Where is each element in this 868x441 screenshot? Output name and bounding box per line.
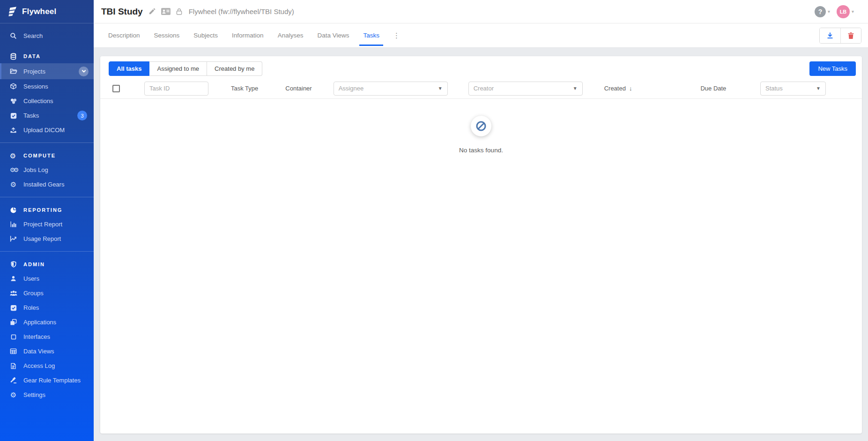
sidebar-item-settings[interactable]: ⚙ Settings xyxy=(0,388,94,402)
empty-state-message: No tasks found. xyxy=(459,147,503,154)
sidebar-divider xyxy=(0,197,94,197)
tab-subjects[interactable]: Subjects xyxy=(193,23,218,48)
tab-information[interactable]: Information xyxy=(232,23,264,48)
tab-analyses[interactable]: Analyses xyxy=(278,23,304,48)
tab-data-views[interactable]: Data Views xyxy=(317,23,349,48)
task-check-icon xyxy=(9,112,17,120)
sidebar-item-gear-rule-templates[interactable]: Gear Rule Templates xyxy=(0,373,94,388)
sidebar-item-interfaces[interactable]: Interfaces xyxy=(0,329,94,344)
sidebar-item-label: Usage Report xyxy=(23,235,61,242)
gavel-icon xyxy=(9,376,17,384)
sidebar-item-label: Groups xyxy=(23,290,44,297)
sidebar-item-collections[interactable]: Collections xyxy=(0,94,94,108)
sidebar-item-label: Project Report xyxy=(23,221,62,228)
task-id-input[interactable] xyxy=(144,82,208,96)
new-tasks-button[interactable]: New Tasks xyxy=(809,61,856,76)
table-icon xyxy=(9,347,17,355)
column-container: Container xyxy=(285,85,312,92)
assignee-select[interactable]: Assignee ▼ xyxy=(334,82,448,96)
sidebar-section-admin: ADMIN xyxy=(0,257,94,271)
gear-icon: ⚙ xyxy=(9,391,17,399)
status-select[interactable]: Status ▼ xyxy=(760,82,826,96)
filter-all-tasks-button[interactable]: All tasks xyxy=(109,61,149,76)
chevron-down-icon[interactable]: ▾ xyxy=(852,9,854,14)
applications-icon xyxy=(9,318,17,326)
tab-description[interactable]: Description xyxy=(108,23,140,48)
lock-icon xyxy=(176,8,182,15)
task-filter-tabs: All tasks Assigned to me Created by me xyxy=(109,61,262,76)
select-all-checkbox[interactable] xyxy=(112,85,120,92)
line-chart-icon xyxy=(9,235,17,243)
id-card-icon[interactable] xyxy=(161,8,171,15)
chevron-down-icon[interactable]: ▾ xyxy=(828,9,830,14)
sidebar-item-applications[interactable]: Applications xyxy=(0,315,94,329)
sidebar-item-usage-report[interactable]: Usage Report xyxy=(0,232,94,246)
tab-tasks[interactable]: Tasks xyxy=(363,23,379,48)
sidebar-item-project-report[interactable]: Project Report xyxy=(0,217,94,232)
sidebar-item-tasks[interactable]: Tasks 3 xyxy=(0,108,94,123)
tasks-toolbar: All tasks Assigned to me Created by me N… xyxy=(100,56,862,76)
chevron-down-icon[interactable] xyxy=(79,67,89,76)
cube-icon xyxy=(9,82,17,90)
delete-button[interactable] xyxy=(840,28,861,43)
more-options-icon[interactable]: ⋮ xyxy=(393,31,400,40)
sidebar-section-reporting: REPORTING xyxy=(0,203,94,217)
sidebar: Flywheel Search DATA Projects xyxy=(0,0,94,441)
role-check-icon xyxy=(9,304,17,312)
sidebar-item-groups[interactable]: Groups xyxy=(0,286,94,300)
tasks-count-badge: 3 xyxy=(77,111,87,120)
no-entry-badge xyxy=(471,116,491,136)
flywheel-logo-icon xyxy=(8,7,18,17)
project-header: TBI Study Flywheel (fw://flywheel/TBI St… xyxy=(94,0,868,23)
download-button[interactable] xyxy=(820,28,840,43)
sidebar-item-data-views[interactable]: Data Views xyxy=(0,344,94,359)
user-icon xyxy=(9,275,17,283)
trash-icon xyxy=(847,32,854,39)
sidebar-item-label: Upload DICOM xyxy=(23,127,65,134)
logo[interactable]: Flywheel xyxy=(0,0,94,23)
sidebar-item-label: Settings xyxy=(23,391,45,398)
sidebar-item-sessions[interactable]: Sessions xyxy=(0,79,94,94)
edit-pencil-icon[interactable] xyxy=(148,8,156,15)
sidebar-divider xyxy=(0,142,94,143)
sidebar-item-label: Jobs Log xyxy=(23,166,48,173)
creator-select[interactable]: Creator ▼ xyxy=(468,82,583,96)
help-button[interactable]: ? xyxy=(815,6,826,17)
section-title-label: COMPUTE xyxy=(23,153,56,158)
project-title: TBI Study xyxy=(101,7,143,17)
filter-assigned-to-me-button[interactable]: Assigned to me xyxy=(149,61,207,76)
sidebar-item-roles[interactable]: Roles xyxy=(0,300,94,315)
sidebar-item-label: Interfaces xyxy=(23,333,50,340)
chevron-down-icon: ▼ xyxy=(573,86,578,91)
sidebar-item-label: Roles xyxy=(23,304,39,311)
filter-created-by-me-button[interactable]: Created by me xyxy=(207,61,262,76)
interfaces-icon xyxy=(9,333,17,341)
gears-icon: ⚙⚙ xyxy=(9,166,17,174)
sidebar-item-label: Gear Rule Templates xyxy=(23,377,81,384)
collections-icon xyxy=(9,97,17,105)
sidebar-item-installed-gears[interactable]: ⚙ Installed Gears xyxy=(0,177,94,192)
content-area: All tasks Assigned to me Created by me N… xyxy=(94,48,868,441)
empty-state: No tasks found. xyxy=(100,116,862,154)
tab-sessions[interactable]: Sessions xyxy=(154,23,180,48)
project-path: Flywheel (fw://flywheel/TBI Study) xyxy=(189,7,294,15)
sidebar-item-search[interactable]: Search xyxy=(0,28,94,44)
sidebar-item-jobs-log[interactable]: ⚙⚙ Jobs Log xyxy=(0,163,94,177)
database-icon xyxy=(9,52,17,60)
document-icon xyxy=(9,362,17,370)
sidebar-item-upload-dicom[interactable]: Upload DICOM xyxy=(0,123,94,137)
column-created-sort[interactable]: Created ↓ xyxy=(604,85,632,92)
user-avatar[interactable]: LB xyxy=(837,5,850,18)
sidebar-item-access-log[interactable]: Access Log xyxy=(0,359,94,373)
column-created-label: Created xyxy=(604,85,626,92)
logo-text: Flywheel xyxy=(22,7,56,16)
sidebar-item-users[interactable]: Users xyxy=(0,271,94,286)
sidebar-item-projects[interactable]: Projects xyxy=(0,63,94,79)
project-actions xyxy=(819,28,861,44)
app-window: Flywheel Search DATA Projects xyxy=(0,0,868,441)
sidebar-item-label: Access Log xyxy=(23,362,55,369)
download-icon xyxy=(826,32,834,39)
sidebar-item-label: Applications xyxy=(23,319,56,326)
column-task-type: Task Type xyxy=(231,85,258,92)
no-entry-icon xyxy=(475,120,487,132)
